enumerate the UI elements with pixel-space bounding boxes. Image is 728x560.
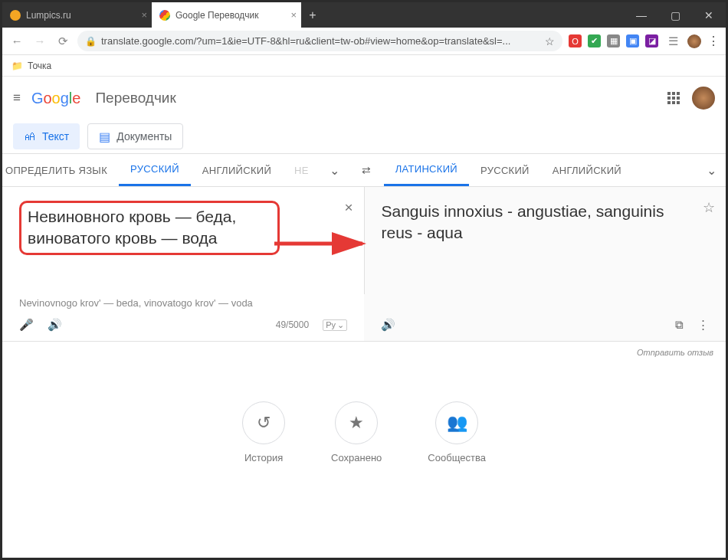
bookmark-star-icon[interactable]: ☆ [545, 35, 555, 47]
mode-switcher: 🗚 Текст ▤ Документы [2, 120, 726, 153]
history-icon: ↺ [242, 401, 285, 444]
extension-icon[interactable]: O [569, 34, 582, 47]
lang-english[interactable]: АНГЛИЙСКИЙ [541, 154, 633, 186]
source-languages: ОПРЕДЕЛИТЬ ЯЗЫК РУССКИЙ АНГЛИЙСКИЙ НЕ ⌄ [2, 154, 349, 186]
url-text: translate.google.com/?um=1&ie=UTF-8&hl=r… [101, 35, 540, 47]
shortcut-label: Сообщества [428, 452, 486, 463]
lang-english[interactable]: АНГЛИЙСКИЙ [191, 154, 283, 186]
favicon-icon [159, 10, 170, 21]
star-icon: ★ [335, 401, 378, 444]
extension-icon[interactable]: ▦ [607, 34, 620, 47]
saved-shortcut[interactable]: ★ Сохранено [331, 401, 382, 463]
source-text[interactable]: Невиновного кровь — беда, виноватого кро… [19, 201, 280, 255]
tab-strip: Lumpics.ru × Google Переводчик × + — ▢ ✕ [2, 2, 726, 28]
chevron-down-icon[interactable]: ⌄ [697, 163, 726, 178]
lang-russian[interactable]: РУССКИЙ [469, 154, 541, 186]
extensions: O ✔ ▦ ▣ ◪ ☰ ⋮ [569, 34, 720, 48]
keyboard-toggle[interactable]: Ру ⌄ [323, 319, 347, 331]
clear-button[interactable]: × [344, 199, 353, 216]
back-button[interactable]: ← [8, 34, 25, 47]
lang-detect[interactable]: ОПРЕДЕЛИТЬ ЯЗЫК [2, 154, 119, 186]
lock-icon: 🔒 [85, 36, 97, 47]
swap-languages-button[interactable]: ⇄ [349, 154, 384, 186]
google-logo: Google [31, 90, 81, 107]
window-controls: — ▢ ✕ [625, 2, 726, 28]
mode-documents-button[interactable]: ▤ Документы [87, 123, 183, 149]
folder-icon: 📁 [11, 61, 23, 71]
lang-latin[interactable]: ЛАТИНСКИЙ [384, 154, 469, 186]
source-pane[interactable]: Невиновного кровь — беда, виноватого кро… [2, 187, 365, 294]
menu-button[interactable]: ⋮ [707, 34, 720, 48]
extension-icon[interactable]: ▣ [626, 34, 639, 47]
close-button[interactable]: ✕ [692, 2, 726, 28]
shortcut-label: Сохранено [331, 452, 382, 463]
new-tab-button[interactable]: + [301, 2, 324, 28]
close-icon[interactable]: × [141, 9, 147, 21]
tab-title: Lumpics.ru [26, 10, 71, 21]
bottom-shortcuts: ↺ История ★ Сохранено 👥 Сообщества [2, 401, 726, 463]
address-bar[interactable]: 🔒 translate.google.com/?um=1&ie=UTF-8&hl… [77, 31, 562, 51]
chevron-down-icon[interactable]: ⌄ [320, 163, 349, 178]
community-icon: 👥 [435, 401, 478, 444]
browser-window: Lumpics.ru × Google Переводчик × + — ▢ ✕… [0, 0, 728, 560]
source-transliteration: Nevinovnogo krov' — beda, vinovatogo kro… [2, 294, 364, 312]
community-shortcut[interactable]: 👥 Сообщества [428, 401, 486, 463]
target-pane: Sanguis innoxius - angustiae, sanguinis … [365, 187, 726, 294]
mode-label: Документы [116, 130, 172, 142]
target-tools: 🔊 ⧉ ⋮ [364, 312, 726, 341]
translation-area: Невиновного кровь — беда, виноватого кро… [2, 187, 726, 294]
document-icon: ▤ [99, 129, 110, 144]
profile-avatar[interactable] [687, 34, 701, 48]
app-title: Переводчик [95, 90, 175, 106]
save-translation-icon[interactable]: ☆ [703, 199, 715, 216]
tools-row: 🎤 🔊 49/5000 Ру ⌄ 🔊 ⧉ ⋮ [2, 312, 726, 342]
lang-more[interactable]: НЕ [283, 154, 320, 186]
toolbar: ← → ⟳ 🔒 translate.google.com/?um=1&ie=UT… [2, 28, 726, 55]
minimize-button[interactable]: — [625, 2, 658, 28]
speaker-icon[interactable]: 🔊 [48, 318, 62, 332]
lang-russian[interactable]: РУССКИЙ [119, 154, 191, 186]
menu-icon[interactable]: ≡ [13, 90, 21, 106]
target-text: Sanguis innoxius - angustiae, sanguinis … [382, 201, 673, 244]
more-icon[interactable]: ⋮ [697, 318, 709, 332]
close-icon[interactable]: × [290, 9, 297, 21]
app-header: ≡ Google Переводчик [2, 77, 726, 120]
account-avatar[interactable] [692, 87, 715, 110]
shortcut-label: История [244, 452, 283, 463]
mode-text-button[interactable]: 🗚 Текст [13, 123, 80, 149]
favicon-icon [10, 10, 21, 21]
target-languages: ЛАТИНСКИЙ РУССКИЙ АНГЛИЙСКИЙ ⌄ [384, 154, 726, 186]
bookmarks-bar: 📁 Точка [2, 55, 726, 77]
forward-button: → [31, 34, 48, 47]
send-feedback-link[interactable]: Отправить отзыв [2, 342, 726, 363]
history-shortcut[interactable]: ↺ История [242, 401, 285, 463]
transliteration-row: Nevinovnogo krov' — beda, vinovatogo kro… [2, 294, 726, 312]
reading-list-icon[interactable]: ☰ [664, 34, 681, 48]
reload-button[interactable]: ⟳ [54, 34, 71, 48]
extension-icon[interactable]: ✔ [588, 34, 601, 47]
bookmark-item[interactable]: Точка [28, 61, 51, 71]
translate-icon: 🗚 [24, 129, 36, 143]
copy-icon[interactable]: ⧉ [675, 318, 684, 332]
mode-label: Текст [42, 130, 69, 142]
char-count: 49/5000 [276, 319, 309, 330]
tab-lumpics[interactable]: Lumpics.ru × [2, 2, 152, 28]
language-bar: ОПРЕДЕЛИТЬ ЯЗЫК РУССКИЙ АНГЛИЙСКИЙ НЕ ⌄ … [2, 153, 726, 187]
speaker-icon[interactable]: 🔊 [381, 318, 395, 332]
tab-title: Google Переводчик [175, 10, 259, 21]
tab-google-translate[interactable]: Google Переводчик × [152, 2, 301, 28]
extension-icon[interactable]: ◪ [645, 34, 658, 47]
apps-grid-icon[interactable] [667, 92, 680, 104]
source-tools: 🎤 🔊 49/5000 Ру ⌄ [2, 312, 364, 341]
maximize-button[interactable]: ▢ [658, 2, 692, 28]
mic-icon[interactable]: 🎤 [19, 318, 34, 332]
